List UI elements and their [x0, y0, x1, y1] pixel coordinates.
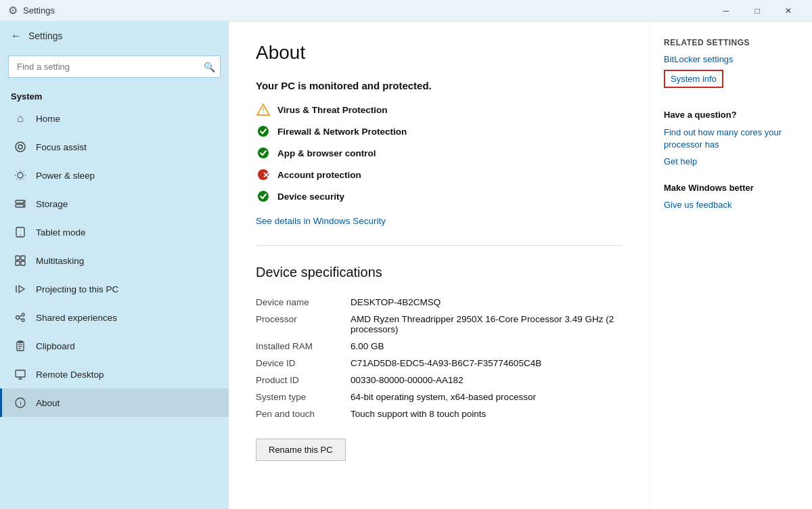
table-row: Installed RAM 6.00 GB	[256, 338, 623, 355]
svg-line-17	[19, 315, 22, 317]
sidebar-item-label: Power & sleep	[36, 171, 95, 181]
spec-label-product-id: Product ID	[256, 372, 351, 389]
sidebar-item-label: Projecting to this PC	[36, 284, 118, 294]
cores-link[interactable]: Find out how many cores your processor h…	[664, 127, 798, 151]
error-icon-account: ✕	[256, 167, 271, 182]
svg-point-5	[23, 205, 24, 206]
sidebar-item-label: Clipboard	[36, 341, 75, 351]
security-label-app-browser: App & browser control	[277, 148, 376, 158]
spec-value-pen-touch: Touch support with 8 touch points	[351, 405, 623, 422]
titlebar-controls: ─ □ ✕	[710, 0, 804, 22]
sidebar-item-label: Tablet mode	[36, 227, 86, 238]
related-settings-title: Related settings	[664, 38, 798, 47]
spec-value-device-name: DESKTOP-4B2CMSQ	[351, 294, 623, 311]
sidebar-item-storage[interactable]: Storage	[0, 190, 229, 218]
maximize-button[interactable]: □	[742, 0, 773, 22]
tablet-mode-icon	[13, 225, 28, 240]
sidebar-item-clipboard[interactable]: Clipboard	[0, 332, 229, 360]
svg-point-35	[258, 191, 269, 202]
spec-label-device-id: Device ID	[256, 355, 351, 372]
get-help-link[interactable]: Get help	[664, 156, 798, 167]
sidebar-item-shared-experiences[interactable]: Shared experiences	[0, 303, 229, 332]
sidebar-item-label: Shared experiences	[36, 313, 117, 323]
svg-rect-8	[16, 256, 20, 260]
minimize-button[interactable]: ─	[710, 0, 742, 22]
settings-icon: ⚙	[8, 4, 18, 17]
sidebar: ← Settings 🔍 System ⌂ Home Focus assist …	[0, 22, 229, 509]
svg-point-15	[22, 313, 24, 316]
sidebar-item-multitasking[interactable]: Multitasking	[0, 246, 229, 275]
sidebar-item-power-sleep[interactable]: Power & sleep	[0, 161, 229, 190]
device-specs-title: Device specifications	[256, 265, 623, 280]
back-button[interactable]: ← Settings	[0, 22, 229, 50]
table-row: Product ID 00330-80000-00000-AA182	[256, 372, 623, 389]
svg-point-14	[16, 316, 20, 319]
close-button[interactable]: ✕	[773, 0, 804, 22]
ok-icon-firewall	[256, 124, 271, 139]
spec-value-processor: AMD Ryzen Threadripper 2950X 16-Core Pro…	[351, 311, 623, 338]
security-label-account: Account protection	[277, 170, 361, 180]
warning-icon: !	[256, 102, 271, 117]
spec-label-processor: Processor	[256, 311, 351, 338]
sidebar-item-label: Focus assist	[36, 142, 87, 152]
security-label-device-security: Device security	[277, 192, 344, 202]
security-item-firewall: Firewall & Network Protection	[256, 124, 623, 139]
security-item-app-browser: App & browser control	[256, 146, 623, 160]
ok-icon-app-browser	[256, 146, 271, 160]
sidebar-item-remote-desktop[interactable]: Remote Desktop	[0, 360, 229, 389]
sidebar-item-label: Remote Desktop	[36, 370, 104, 380]
right-panel: Related settings BitLocker settings Syst…	[650, 22, 812, 509]
spec-value-device-id: C71AD5D8-EDC5-4A93-B6C7-F35774605C4B	[351, 355, 623, 372]
back-arrow-icon: ←	[11, 30, 22, 42]
sidebar-item-label: Multitasking	[36, 256, 84, 266]
protection-header: Your PC is monitored and protected.	[256, 80, 623, 91]
svg-rect-11	[21, 261, 25, 265]
table-row: Device name DESKTOP-4B2CMSQ	[256, 294, 623, 311]
projecting-icon	[13, 282, 28, 296]
search-box: 🔍	[8, 56, 221, 78]
search-input[interactable]	[8, 56, 221, 78]
spec-value-product-id: 00330-80000-00000-AA182	[351, 372, 623, 389]
security-item-device-security: Device security	[256, 189, 623, 204]
svg-point-4	[23, 201, 24, 202]
sidebar-item-label: Home	[36, 114, 60, 124]
content-area: About Your PC is monitored and protected…	[229, 22, 650, 509]
sidebar-item-tablet-mode[interactable]: Tablet mode	[0, 218, 229, 246]
storage-icon	[13, 196, 28, 211]
system-info-link[interactable]: System info	[664, 70, 723, 88]
about-icon: i	[13, 395, 28, 410]
give-feedback-link[interactable]: Give us feedback	[664, 200, 798, 210]
sidebar-app-title: Settings	[28, 30, 63, 41]
table-row: Pen and touch Touch support with 8 touch…	[256, 405, 623, 422]
svg-point-32	[258, 148, 269, 158]
table-row: System type 64-bit operating system, x64…	[256, 389, 623, 405]
svg-marker-12	[19, 286, 24, 292]
table-row: Device ID C71AD5D8-EDC5-4A93-B6C7-F35774…	[256, 355, 623, 372]
titlebar-title: Settings	[23, 5, 710, 16]
ok-icon-device-security	[256, 189, 271, 204]
svg-point-0	[16, 142, 25, 152]
spec-label-ram: Installed RAM	[256, 338, 351, 355]
spec-label-pen-touch: Pen and touch	[256, 405, 351, 422]
sidebar-item-home[interactable]: ⌂ Home	[0, 104, 229, 133]
spec-table: Device name DESKTOP-4B2CMSQ Processor AM…	[256, 294, 623, 422]
svg-text:!: !	[263, 107, 265, 114]
spec-label-device-name: Device name	[256, 294, 351, 311]
rename-pc-button[interactable]: Rename this PC	[256, 439, 346, 461]
spec-value-ram: 6.00 GB	[351, 338, 623, 355]
multitasking-icon	[13, 253, 28, 268]
see-details-link[interactable]: See details in Windows Security	[256, 216, 386, 226]
search-icon: 🔍	[204, 62, 215, 72]
security-item-virus: ! Virus & Threat Protection	[256, 102, 623, 117]
sidebar-item-projecting[interactable]: Projecting to this PC	[0, 275, 229, 303]
home-icon: ⌂	[13, 111, 28, 126]
svg-rect-10	[16, 261, 20, 265]
focus-assist-icon	[13, 139, 28, 154]
spec-value-system-type: 64-bit operating system, x64-based proce…	[351, 389, 623, 405]
sidebar-item-about[interactable]: i About	[0, 389, 229, 417]
sidebar-item-focus-assist[interactable]: Focus assist	[0, 133, 229, 161]
sidebar-item-label: About	[36, 398, 60, 408]
remote-desktop-icon	[13, 367, 28, 382]
sidebar-section-title: System	[0, 86, 229, 104]
bitlocker-settings-link[interactable]: BitLocker settings	[664, 54, 798, 64]
